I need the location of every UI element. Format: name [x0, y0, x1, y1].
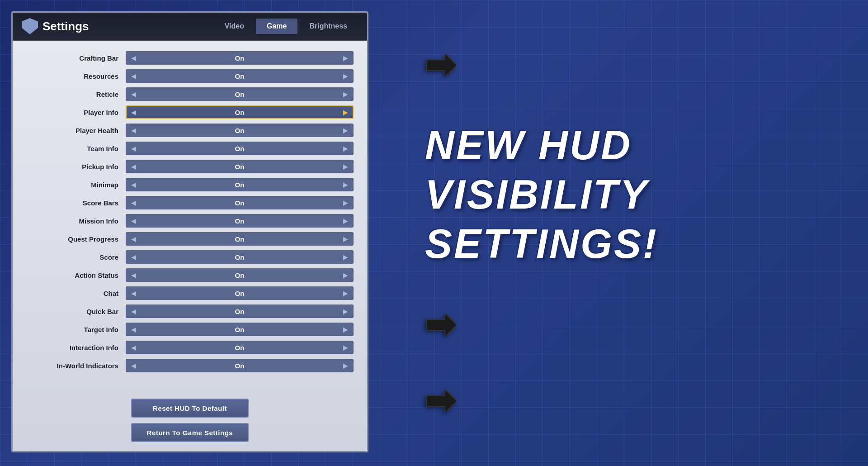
setting-row-player-health: Player Health◀On▶ [26, 122, 354, 138]
label-reticle: Reticle [26, 90, 126, 98]
setting-row-chat: Chat◀On▶ [26, 285, 354, 301]
value-action-status: On [138, 271, 341, 279]
hud-text-line2: VISIBILITY [425, 172, 658, 217]
arrow-row-3: ⬅ [425, 383, 455, 419]
tab-game[interactable]: Game [256, 19, 297, 34]
setting-row-team-info: Team Info◀On▶ [26, 140, 354, 157]
control-score: ◀On▶ [126, 250, 354, 264]
control-score-bars: ◀On▶ [126, 196, 354, 209]
label-minimap: Minimap [26, 181, 126, 189]
panel-footer: Reset HUD To Default Return To Game Sett… [13, 392, 367, 451]
arrow-right-minimap[interactable]: ▶ [341, 181, 350, 188]
header-logo: Settings [22, 18, 89, 34]
setting-row-score: Score◀On▶ [26, 249, 354, 265]
control-team-info: ◀On▶ [126, 142, 354, 155]
control-resources: ◀On▶ [126, 69, 354, 83]
setting-row-in-world-indicators: In-World Indicators◀On▶ [26, 357, 354, 374]
control-quick-bar: ◀On▶ [126, 304, 354, 318]
value-mission-info: On [138, 217, 341, 225]
setting-row-player-info: Player Info◀On▶ [26, 104, 354, 120]
value-reticle: On [138, 90, 341, 98]
arrow-right-player-info[interactable]: ▶ [341, 109, 350, 116]
value-player-health: On [138, 127, 341, 134]
shield-icon [22, 18, 38, 34]
arrow-right-mission-info[interactable]: ▶ [341, 217, 350, 224]
arrow-right-player-health[interactable]: ▶ [341, 127, 350, 134]
arrow-right-reticle[interactable]: ▶ [341, 90, 350, 98]
arrow-left-resources[interactable]: ◀ [129, 72, 138, 80]
arrow-right-interaction-info[interactable]: ▶ [341, 344, 350, 351]
label-in-world-indicators: In-World Indicators [26, 362, 126, 370]
label-target-info: Target Info [26, 326, 126, 333]
right-annotation: ⬅ NEW HUD VISIBILITY SETTINGS! ⬅ ⬅ [371, 0, 868, 466]
label-interaction-info: Interaction Info [26, 344, 126, 352]
arrow-left-in-world-indicators[interactable]: ◀ [129, 362, 138, 369]
control-player-info: ◀On▶ [126, 105, 354, 119]
label-score-bars: Score Bars [26, 199, 126, 207]
panel-header: Settings Video Game Brightness [13, 13, 367, 41]
arrow-right-score[interactable]: ▶ [341, 253, 350, 261]
tab-video[interactable]: Video [214, 19, 255, 34]
hud-text-block: NEW HUD VISIBILITY SETTINGS! [425, 123, 658, 266]
arrow-left-score[interactable]: ◀ [129, 253, 138, 261]
tab-brightness[interactable]: Brightness [298, 19, 358, 34]
label-quick-bar: Quick Bar [26, 308, 126, 315]
arrow-left-team-info[interactable]: ◀ [129, 145, 138, 152]
value-interaction-info: On [138, 344, 341, 352]
control-crafting-bar: ◀On▶ [126, 51, 354, 65]
setting-row-mission-info: Mission Info◀On▶ [26, 213, 354, 229]
arrow-right-crafting-bar[interactable]: ▶ [341, 54, 350, 62]
tabs-container: Video Game Brightness [214, 19, 358, 34]
value-crafting-bar: On [138, 54, 341, 62]
arrow-left-action-status[interactable]: ◀ [129, 271, 138, 279]
arrow-right-chat[interactable]: ▶ [341, 290, 350, 297]
arrow-right-in-world-indicators[interactable]: ▶ [341, 362, 350, 369]
arrow-left-reticle[interactable]: ◀ [129, 90, 138, 98]
control-action-status: ◀On▶ [126, 268, 354, 282]
value-resources: On [138, 72, 341, 80]
label-crafting-bar: Crafting Bar [26, 54, 126, 62]
arrow-right-action-status[interactable]: ▶ [341, 271, 350, 279]
value-player-info: On [138, 109, 341, 116]
arrow-left-minimap[interactable]: ◀ [129, 181, 138, 188]
return-button[interactable]: Return To Game Settings [131, 423, 249, 442]
setting-row-pickup-info: Pickup Info◀On▶ [26, 158, 354, 175]
control-in-world-indicators: ◀On▶ [126, 359, 354, 372]
label-score: Score [26, 253, 126, 261]
arrow-left-score-bars[interactable]: ◀ [129, 199, 138, 206]
arrow-right-pickup-info[interactable]: ▶ [341, 163, 350, 170]
label-action-status: Action Status [26, 271, 126, 279]
arrow-right-resources[interactable]: ▶ [341, 72, 350, 80]
value-chat: On [138, 290, 341, 297]
arrow-left-quick-bar[interactable]: ◀ [129, 308, 138, 315]
arrow-row-2: ⬅ [425, 307, 455, 343]
arrow-left-player-info[interactable]: ◀ [129, 109, 138, 116]
setting-row-quest-progress: Quest Progress◀On▶ [26, 231, 354, 247]
arrow-left-player-health[interactable]: ◀ [129, 127, 138, 134]
control-quest-progress: ◀On▶ [126, 232, 354, 246]
setting-row-minimap: Minimap◀On▶ [26, 176, 354, 193]
value-minimap: On [138, 181, 341, 189]
panel-title: Settings [42, 19, 89, 33]
control-interaction-info: ◀On▶ [126, 341, 354, 354]
arrow-left-target-info[interactable]: ◀ [129, 326, 138, 333]
setting-row-score-bars: Score Bars◀On▶ [26, 195, 354, 211]
setting-row-quick-bar: Quick Bar◀On▶ [26, 303, 354, 319]
arrow-right-score-bars[interactable]: ▶ [341, 199, 350, 206]
arrow-left-mission-info[interactable]: ◀ [129, 217, 138, 224]
label-pickup-info: Pickup Info [26, 163, 126, 171]
arrow-right-team-info[interactable]: ▶ [341, 145, 350, 152]
label-mission-info: Mission Info [26, 217, 126, 225]
arrow-left-quest-progress[interactable]: ◀ [129, 235, 138, 243]
arrow-right-target-info[interactable]: ▶ [341, 326, 350, 333]
reset-hud-button[interactable]: Reset HUD To Default [131, 399, 249, 418]
control-chat: ◀On▶ [126, 286, 354, 300]
arrow-left-interaction-info[interactable]: ◀ [129, 344, 138, 351]
arrow-right-quick-bar[interactable]: ▶ [341, 308, 350, 315]
arrow-left-crafting-bar[interactable]: ◀ [129, 54, 138, 62]
arrow-left-pickup-info[interactable]: ◀ [129, 163, 138, 170]
arrow-row-1: ⬅ [425, 47, 455, 83]
arrow-left-chat[interactable]: ◀ [129, 290, 138, 297]
arrow-right-quest-progress[interactable]: ▶ [341, 235, 350, 243]
arrow-icon-2: ⬅ [425, 307, 455, 343]
